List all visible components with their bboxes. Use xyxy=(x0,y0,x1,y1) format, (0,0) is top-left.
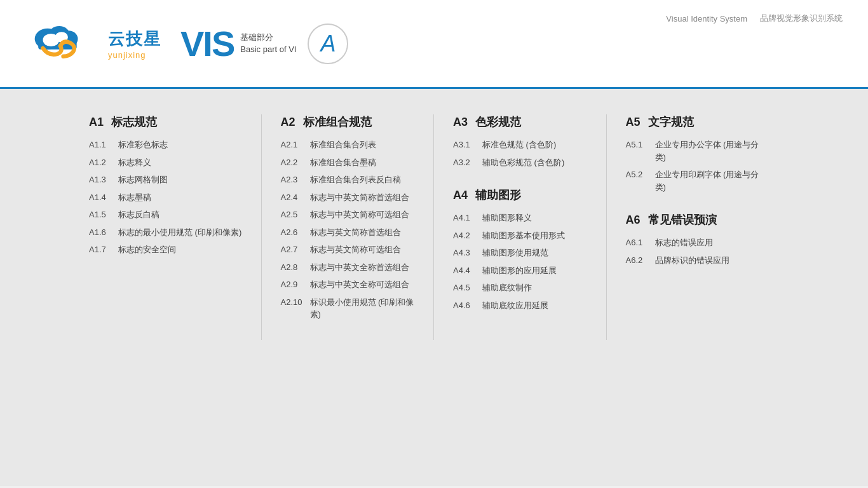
list-item: A6.1标志的错误应用 xyxy=(626,236,761,249)
header-top-right: Visual Identity System 品牌视觉形象识别系统 xyxy=(666,13,843,24)
toc-column-3: A3色彩规范A3.1标准色规范 (含色阶)A3.2辅助色彩规范 (含色阶)A4辅… xyxy=(434,114,607,340)
list-item: A1.3标志网格制图 xyxy=(89,173,242,186)
vis-big-text: VIS xyxy=(180,26,234,62)
list-item: A2.2标准组合集合墨稿 xyxy=(281,156,415,169)
brand-cn: 云技星 xyxy=(108,28,161,50)
brand-en: yunjixing xyxy=(108,50,146,60)
section-name: 文字规范 xyxy=(648,114,694,130)
section-name: 辅助图形 xyxy=(475,187,521,203)
vis-circle-letter: A xyxy=(320,30,336,57)
list-item: A4.5辅助底纹制作 xyxy=(453,281,587,294)
item-name: 企业专用办公字体 (用途与分类) xyxy=(655,139,761,163)
section-name: 色彩规范 xyxy=(475,114,521,130)
list-item: A2.4标志与中英文简称首选组合 xyxy=(281,191,415,204)
item-name: 标志墨稿 xyxy=(118,191,151,204)
section-title-A2: A2标准组合规范 xyxy=(281,114,415,130)
item-name: 标志网格制图 xyxy=(118,173,168,186)
item-name: 标准组合集合墨稿 xyxy=(310,156,376,169)
item-name: 标志释义 xyxy=(118,156,151,169)
section-code: A1 xyxy=(89,116,104,129)
list-item: A4.4辅助图形的应用延展 xyxy=(453,264,587,277)
item-code: A2.3 xyxy=(281,173,304,186)
toc-grid: A1标志规范A1.1标准彩色标志A1.2标志释义A1.3标志网格制图A1.4标志… xyxy=(89,114,779,340)
item-code: A2.10 xyxy=(281,296,304,309)
toc-section-A4: A4辅助图形A4.1辅助图形释义A4.2辅助图形基本使用形式A4.3辅助图形使用… xyxy=(453,187,587,311)
item-name: 标准组合集合列表 xyxy=(310,139,376,151)
item-name: 标准彩色标志 xyxy=(118,139,168,151)
item-code: A6.1 xyxy=(626,236,649,249)
item-code: A2.5 xyxy=(281,208,304,221)
toc-section-A5: A5文字规范A5.1企业专用办公字体 (用途与分类)A5.2企业专用印刷字体 (… xyxy=(626,114,761,193)
item-name: 品牌标识的错误应用 xyxy=(655,254,729,267)
list-item: A2.5标志与中英文简称可选组合 xyxy=(281,208,415,221)
item-code: A5.1 xyxy=(626,139,649,151)
item-name: 标准组合集合列表反白稿 xyxy=(310,173,401,186)
item-name: 辅助图形基本使用形式 xyxy=(482,229,565,242)
item-name: 辅助底纹应用延展 xyxy=(482,299,548,312)
item-name: 标志与英文简称首选组合 xyxy=(310,226,401,239)
list-item: A3.2辅助色彩规范 (含色阶) xyxy=(453,156,587,169)
item-code: A2.7 xyxy=(281,243,304,256)
item-code: A3.1 xyxy=(453,139,476,151)
item-name: 辅助色彩规范 (含色阶) xyxy=(482,156,564,169)
list-item: A4.3辅助图形使用规范 xyxy=(453,247,587,259)
item-code: A3.2 xyxy=(453,156,476,169)
section-code: A4 xyxy=(453,189,468,202)
item-code: A1.2 xyxy=(89,156,112,169)
list-item: A2.6标志与英文简称首选组合 xyxy=(281,226,415,239)
list-item: A3.1标准色规范 (含色阶) xyxy=(453,139,587,151)
item-code: A2.4 xyxy=(281,191,304,204)
list-item: A4.2辅助图形基本使用形式 xyxy=(453,229,587,242)
item-name: 标志反白稿 xyxy=(118,208,159,221)
list-item: A1.4标志墨稿 xyxy=(89,191,242,204)
list-item: A2.7标志与英文简称可选组合 xyxy=(281,243,415,256)
list-item: A6.2品牌标识的错误应用 xyxy=(626,254,761,267)
item-name: 标志与中英文简称首选组合 xyxy=(310,191,409,204)
list-item: A5.1企业专用办公字体 (用途与分类) xyxy=(626,139,761,163)
section-title-A6: A6常见错误预演 xyxy=(626,212,761,227)
item-name: 标识最小使用规范 (印刷和像素) xyxy=(310,296,415,321)
toc-column-1: A1标志规范A1.1标准彩色标志A1.2标志释义A1.3标志网格制图A1.4标志… xyxy=(89,114,262,340)
section-code: A6 xyxy=(626,214,641,227)
item-code: A1.6 xyxy=(89,226,112,239)
item-code: A1.3 xyxy=(89,173,112,186)
toc-column-4: A5文字规范A5.1企业专用办公字体 (用途与分类)A5.2企业专用印刷字体 (… xyxy=(607,114,780,340)
toc-column-2: A2标准组合规范A2.1标准组合集合列表A2.2标准组合集合墨稿A2.3标准组合… xyxy=(262,114,435,340)
toc-section-A3: A3色彩规范A3.1标准色规范 (含色阶)A3.2辅助色彩规范 (含色阶) xyxy=(453,114,587,168)
item-code: A4.2 xyxy=(453,229,476,242)
list-item: A2.3标准组合集合列表反白稿 xyxy=(281,173,415,186)
item-code: A2.8 xyxy=(281,261,304,274)
vis-area: VIS 基础部分 Basic part of VI A xyxy=(180,24,348,64)
section-title-A1: A1标志规范 xyxy=(89,114,242,130)
toc-section-A6: A6常见错误预演A6.1标志的错误应用A6.2品牌标识的错误应用 xyxy=(626,212,761,266)
item-name: 企业专用印刷字体 (用途与分类) xyxy=(655,168,761,193)
list-item: A1.7标志的安全空间 xyxy=(89,243,242,256)
item-code: A6.2 xyxy=(626,254,649,267)
vis-subtitle-en: Basic part of VI xyxy=(240,44,296,55)
list-item: A5.2企业专用印刷字体 (用途与分类) xyxy=(626,168,761,193)
list-item: A2.8标志与中英文全称首选组合 xyxy=(281,261,415,274)
list-item: A1.1标准彩色标志 xyxy=(89,139,242,151)
main-content: A1标志规范A1.1标准彩色标志A1.2标志释义A1.3标志网格制图A1.4标志… xyxy=(0,89,868,486)
item-code: A1.4 xyxy=(89,191,112,204)
item-code: A4.1 xyxy=(453,212,476,224)
list-item: A4.6辅助底纹应用延展 xyxy=(453,299,587,312)
list-item: A2.9标志与中英文全称可选组合 xyxy=(281,278,415,291)
logo-area: 云技星 yunjixing xyxy=(25,20,161,67)
item-code: A4.6 xyxy=(453,299,476,312)
item-name: 标志的最小使用规范 (印刷和像素) xyxy=(118,226,241,239)
item-code: A1.1 xyxy=(89,139,112,151)
brand-logo xyxy=(25,20,95,67)
item-code: A2.6 xyxy=(281,226,304,239)
vis-subtitle: 基础部分 Basic part of VI xyxy=(240,32,296,55)
item-code: A2.1 xyxy=(281,139,304,151)
item-code: A4.3 xyxy=(453,247,476,259)
toc-section-A2: A2标准组合规范A2.1标准组合集合列表A2.2标准组合集合墨稿A2.3标准组合… xyxy=(281,114,415,321)
list-item: A1.5标志反白稿 xyxy=(89,208,242,221)
header: Visual Identity System 品牌视觉形象识别系统 云技星 yu… xyxy=(0,0,868,89)
item-name: 标志与中英文全称可选组合 xyxy=(310,278,409,291)
item-name: 辅助图形使用规范 xyxy=(482,247,548,259)
item-name: 辅助底纹制作 xyxy=(482,281,532,294)
item-name: 辅助图形释义 xyxy=(482,212,532,224)
section-name: 标志规范 xyxy=(111,114,157,130)
